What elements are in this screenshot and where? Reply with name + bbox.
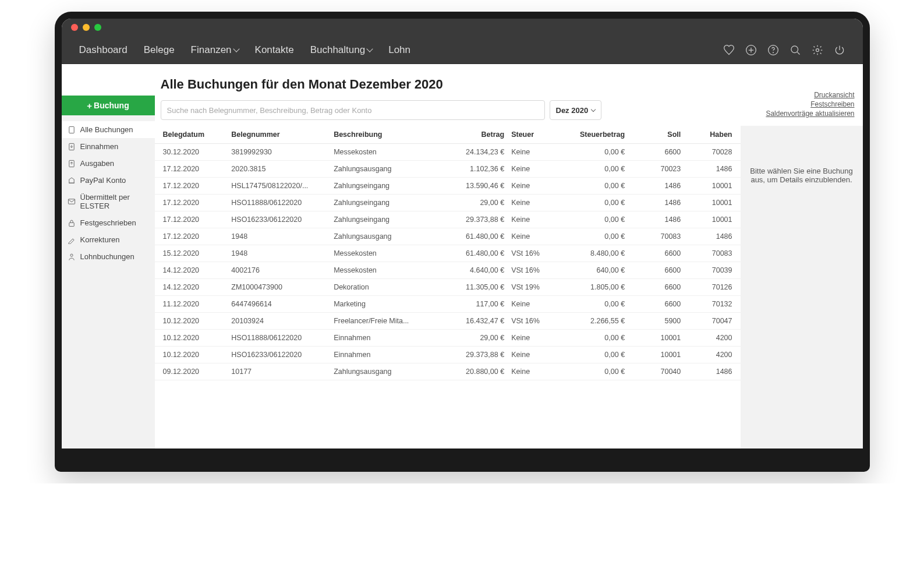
cell-debit: 70040 (628, 363, 684, 380)
cell-debit: 6600 (628, 262, 684, 279)
cell-credit: 70028 (684, 144, 740, 161)
nav-item-dashboard[interactable]: Dashboard (79, 44, 128, 56)
cell-credit: 1486 (684, 161, 740, 178)
nav-item-kontakte[interactable]: Kontakte (255, 44, 294, 56)
bookings-table-wrap[interactable]: Belegdatum Belegnummer Beschreibung Betr… (155, 126, 741, 449)
table-row[interactable]: 09.12.202010177Zahlungsausgang20.880,00 … (155, 363, 741, 380)
minimize-dot[interactable] (83, 24, 90, 31)
add-circle-icon[interactable] (745, 44, 757, 56)
cell-desc: Messekosten (330, 144, 442, 161)
table-row[interactable]: 17.12.2020HSO16233/06122020Zahlungseinga… (155, 211, 741, 228)
col-desc[interactable]: Beschreibung (330, 126, 442, 144)
cell-taxamt: 1.805,00 € (556, 279, 628, 296)
table-row[interactable]: 17.12.20202020.3815Zahlungsausgang1.102,… (155, 161, 741, 178)
nav-item-label: Buchhaltung (310, 44, 366, 56)
search-icon[interactable] (790, 44, 801, 56)
cell-tax: VSt 16% (508, 245, 556, 262)
table-row[interactable]: 14.12.20204002176Messekosten4.640,00 €VS… (155, 262, 741, 279)
sidebar-item-label: Festgeschrieben (80, 218, 136, 227)
col-debit[interactable]: Soll (628, 126, 684, 144)
cell-credit: 70126 (684, 279, 740, 296)
svg-point-3 (791, 45, 798, 52)
cell-num: HSO11888/06122020 (228, 195, 330, 211)
sidebar-item-alle-buchungen[interactable]: Alle Buchungen (62, 121, 155, 138)
print-link[interactable]: Druckansicht (814, 91, 854, 99)
gear-icon[interactable] (812, 44, 823, 56)
cell-desc: Messekosten (330, 245, 442, 262)
cell-taxamt: 0,00 € (556, 195, 628, 211)
cell-credit: 4200 (684, 330, 740, 347)
col-num[interactable]: Belegnummer (228, 126, 330, 144)
laptop-frame: DashboardBelegeFinanzenKontakteBuchhaltu… (55, 12, 870, 472)
cell-desc: Zahlungsausgang (330, 363, 442, 380)
cell-amount: 16.432,47 € (442, 313, 508, 330)
cell-num: 1948 (228, 245, 330, 262)
heart-icon[interactable] (723, 44, 735, 56)
col-tax[interactable]: Steuer (508, 126, 556, 144)
cell-num: 10177 (228, 363, 330, 380)
sidebar-item-paypal-konto[interactable]: PayPal Konto (62, 172, 155, 189)
col-credit[interactable]: Haben (684, 126, 740, 144)
nav-item-belege[interactable]: Belege (144, 44, 175, 56)
cell-taxamt: 0,00 € (556, 144, 628, 161)
table-row[interactable]: 15.12.20201948Messekosten61.480,00 €VSt … (155, 245, 741, 262)
col-date[interactable]: Belegdatum (155, 126, 228, 144)
nav-item-buchhaltung[interactable]: Buchhaltung (310, 44, 373, 56)
svg-point-10 (70, 254, 72, 256)
page-title: Alle Buchungen für den Monat Dezember 20… (155, 64, 741, 100)
close-dot[interactable] (71, 24, 78, 31)
cell-tax: Keine (508, 363, 556, 380)
cell-desc: Zahlungseingang (330, 195, 442, 211)
cell-num: 4002176 (228, 262, 330, 279)
sidebar-item-festgeschrieben[interactable]: Festgeschrieben (62, 214, 155, 231)
table-row[interactable]: 17.12.20201948Zahlungsausgang61.480,00 €… (155, 228, 741, 245)
doc-icon (68, 126, 76, 134)
table-row[interactable]: 14.12.2020ZM1000473900Dekoration11.305,0… (155, 279, 741, 296)
sidebar-item-lohnbuchungen[interactable]: Lohnbuchungen (62, 248, 155, 265)
search-input[interactable] (161, 100, 545, 120)
table-row[interactable]: 30.12.20203819992930Messekosten24.134,23… (155, 144, 741, 161)
table-row[interactable]: 11.12.20206447496614Marketing117,00 €Kei… (155, 296, 741, 313)
table-row[interactable]: 17.12.2020HSO11888/06122020Zahlungseinga… (155, 195, 741, 211)
top-navbar: DashboardBelegeFinanzenKontakteBuchhaltu… (62, 36, 863, 64)
cell-date: 17.12.2020 (155, 161, 228, 178)
nav-item-label: Dashboard (79, 44, 128, 56)
commit-link[interactable]: Festschreiben (810, 100, 854, 108)
cell-desc: Messekosten (330, 262, 442, 279)
sidebar-item-einnahmen[interactable]: Einnahmen (62, 138, 155, 155)
table-row[interactable]: 10.12.2020HSO16233/06122020Einnahmen29.3… (155, 347, 741, 363)
nav-item-lohn[interactable]: Lohn (388, 44, 410, 56)
cell-amount: 61.480,00 € (442, 245, 508, 262)
cell-credit: 1486 (684, 228, 740, 245)
fullscreen-dot[interactable] (94, 24, 101, 31)
sidebar-item-ausgaben[interactable]: Ausgaben (62, 155, 155, 172)
cell-credit: 70039 (684, 262, 740, 279)
cell-num: HSL17475/08122020/... (228, 178, 330, 195)
table-row[interactable]: 10.12.202020103924Freelancer/Freie Mita.… (155, 313, 741, 330)
cell-num: HSO11888/06122020 (228, 330, 330, 347)
chevron-down-icon (591, 107, 596, 112)
col-amount[interactable]: Betrag (442, 126, 508, 144)
help-icon[interactable] (767, 44, 779, 56)
detail-panel: Bitte wählen Sie eine Buchung aus, um De… (741, 126, 863, 449)
period-selector[interactable]: Dez 2020 (550, 100, 602, 120)
sidebar-item-übermittelt-per-elster[interactable]: Übermittelt per ELSTER (62, 189, 155, 214)
table-row[interactable]: 10.12.2020HSO11888/06122020Einnahmen29,0… (155, 330, 741, 347)
cell-taxamt: 0,00 € (556, 296, 628, 313)
balances-link[interactable]: Saldenvorträge aktualisieren (766, 110, 854, 118)
cell-taxamt: 8.480,00 € (556, 245, 628, 262)
nav-item-finanzen[interactable]: Finanzen (191, 44, 239, 56)
table-row[interactable]: 17.12.2020HSL17475/08122020/...Zahlungse… (155, 178, 741, 195)
edit-icon (68, 236, 76, 244)
add-booking-button[interactable]: + Buchung (62, 96, 155, 115)
cell-desc: Zahlungsausgang (330, 161, 442, 178)
add-booking-label: Buchung (94, 101, 129, 110)
cell-debit: 6600 (628, 144, 684, 161)
col-taxamt[interactable]: Steuerbetrag (556, 126, 628, 144)
power-icon[interactable] (834, 44, 845, 56)
cell-tax: VSt 19% (508, 279, 556, 296)
cell-credit: 1486 (684, 363, 740, 380)
sidebar-item-korrekturen[interactable]: Korrekturen (62, 231, 155, 248)
bookings-table: Belegdatum Belegnummer Beschreibung Betr… (155, 126, 741, 380)
nav-item-label: Finanzen (191, 44, 232, 56)
